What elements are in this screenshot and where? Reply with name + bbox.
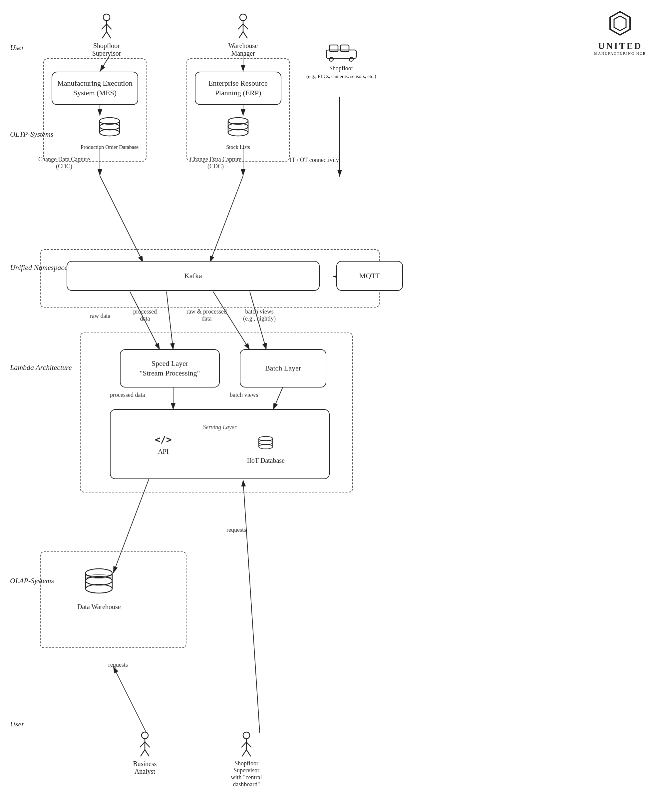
svg-line-35 bbox=[243, 31, 247, 38]
logo-name: UNITED bbox=[594, 41, 646, 51]
svg-point-30 bbox=[240, 14, 246, 21]
batch-layer-box: Batch Layer bbox=[240, 349, 326, 387]
svg-line-28 bbox=[102, 31, 107, 38]
svg-point-24 bbox=[103, 14, 110, 21]
shopfloor-device-icon bbox=[325, 40, 358, 63]
shopfloor-icon: Shopfloor(e.g., PLCs, cameras, sensors, … bbox=[307, 40, 376, 80]
api-section: </> API bbox=[155, 434, 172, 455]
svg-point-63 bbox=[142, 732, 148, 739]
svg-point-60 bbox=[86, 584, 112, 593]
mqtt-label: MQTT bbox=[359, 271, 380, 281]
iiot-db-section: IIoT Database bbox=[247, 434, 285, 465]
svg-line-33 bbox=[243, 24, 248, 29]
svg-line-21 bbox=[243, 480, 260, 733]
svg-line-29 bbox=[107, 31, 111, 38]
svg-line-68 bbox=[145, 750, 149, 756]
requests-right-label: requests bbox=[226, 526, 246, 533]
data-warehouse-icon: Data Warehouse bbox=[77, 566, 121, 611]
shopfloor-label: Shopfloor(e.g., PLCs, cameras, sensors, … bbox=[307, 64, 376, 80]
svg-rect-42 bbox=[100, 121, 120, 132]
stock-lists-label: Stock Lists bbox=[225, 144, 251, 150]
shopfloor-supervisor-top-label: Shopfloor Supervisor bbox=[92, 42, 121, 57]
prod-order-db-label: Production Order Database bbox=[81, 144, 138, 150]
svg-line-26 bbox=[102, 24, 107, 29]
svg-point-69 bbox=[243, 732, 250, 739]
cdc-left-label: Change Data Capture(CDC) bbox=[38, 156, 90, 170]
svg-line-20 bbox=[113, 666, 147, 733]
svg-point-55 bbox=[259, 445, 273, 449]
svg-line-66 bbox=[145, 742, 150, 748]
svg-line-65 bbox=[140, 742, 145, 748]
person-icon bbox=[137, 731, 153, 758]
layer-label-user-top: User bbox=[10, 43, 24, 52]
shopfloor-supervisor-bottom-label: Shopfloor Supervisorwith "central dashbo… bbox=[231, 760, 262, 788]
diagram-container: UNITED MANUFACTURING HUB User OLTP-Syste… bbox=[0, 0, 666, 812]
processed-data-up-label: processeddata bbox=[133, 308, 157, 322]
svg-rect-37 bbox=[330, 45, 338, 52]
cdc-right-label: Change Data Capture(CDC) bbox=[190, 156, 241, 170]
iiot-db-label: IIoT Database bbox=[247, 457, 285, 465]
requests-left-label: requests bbox=[108, 662, 128, 668]
person-warehouse-manager: Warehouse Manager bbox=[226, 13, 260, 57]
raw-data-label: raw data bbox=[90, 313, 110, 319]
business-analyst-label: Business Analyst bbox=[133, 760, 157, 775]
serving-layer-title: Serving Layer bbox=[117, 424, 322, 431]
batch-layer-label: Batch Layer bbox=[265, 364, 301, 373]
layer-label-lambda: Lambda Architecture bbox=[10, 363, 72, 372]
warehouse-manager-label: Warehouse Manager bbox=[228, 42, 258, 57]
layer-label-user-bottom: User bbox=[10, 720, 24, 728]
mqtt-box: MQTT bbox=[336, 261, 403, 291]
speed-layer-label: Speed Layer"Stream Processing" bbox=[140, 359, 200, 378]
logo: UNITED MANUFACTURING HUB bbox=[594, 10, 646, 55]
person-shopfloor-supervisor-top: Shopfloor Supervisor bbox=[90, 13, 123, 57]
processed-data-down-label: processed data bbox=[110, 392, 145, 399]
logo-subtitle: MANUFACTURING HUB bbox=[594, 51, 646, 55]
svg-line-73 bbox=[242, 750, 246, 756]
data-warehouse-label: Data Warehouse bbox=[77, 603, 121, 611]
batch-views-nightly-label: batch views(e.g., nightly) bbox=[243, 308, 276, 322]
it-ot-label: IT / OT connectivity bbox=[290, 157, 339, 164]
svg-marker-23 bbox=[614, 16, 626, 31]
kafka-label: Kafka bbox=[184, 271, 202, 281]
svg-marker-22 bbox=[610, 12, 630, 35]
speed-layer-box: Speed Layer"Stream Processing" bbox=[120, 349, 220, 387]
person-icon bbox=[235, 13, 251, 40]
raw-processed-label: raw & processeddata bbox=[186, 308, 227, 322]
batch-views-down-label: batch views bbox=[230, 392, 258, 399]
prod-order-db-icon: Production Order Database bbox=[81, 115, 138, 150]
erp-label: Enterprise ResourcePlanning (ERP) bbox=[208, 79, 268, 98]
person-icon bbox=[238, 731, 255, 758]
svg-line-32 bbox=[238, 24, 243, 29]
api-symbol: </> bbox=[155, 434, 172, 445]
mes-label: Manufacturing ExecutionSystem (MES) bbox=[57, 79, 132, 98]
svg-line-27 bbox=[107, 24, 112, 29]
iiot-db-icon bbox=[256, 434, 276, 454]
serving-layer-box: Serving Layer </> API IIoT Database bbox=[110, 409, 330, 479]
person-icon bbox=[98, 13, 115, 40]
person-shopfloor-supervisor-bottom: Shopfloor Supervisorwith "central dashbo… bbox=[230, 731, 263, 788]
svg-line-34 bbox=[239, 31, 243, 38]
kafka-box: Kafka bbox=[67, 261, 320, 291]
person-business-analyst: Business Analyst bbox=[128, 731, 162, 776]
erp-box: Enterprise ResourcePlanning (ERP) bbox=[195, 72, 281, 105]
svg-line-72 bbox=[246, 742, 251, 748]
api-label: API bbox=[155, 448, 172, 455]
stock-lists-db-icon: Stock Lists bbox=[225, 115, 251, 150]
svg-line-67 bbox=[140, 750, 145, 756]
mes-box: Manufacturing ExecutionSystem (MES) bbox=[52, 72, 138, 105]
svg-line-74 bbox=[246, 750, 251, 756]
svg-rect-38 bbox=[341, 45, 349, 52]
logo-hexagon-icon bbox=[607, 10, 633, 36]
svg-line-71 bbox=[241, 742, 246, 748]
